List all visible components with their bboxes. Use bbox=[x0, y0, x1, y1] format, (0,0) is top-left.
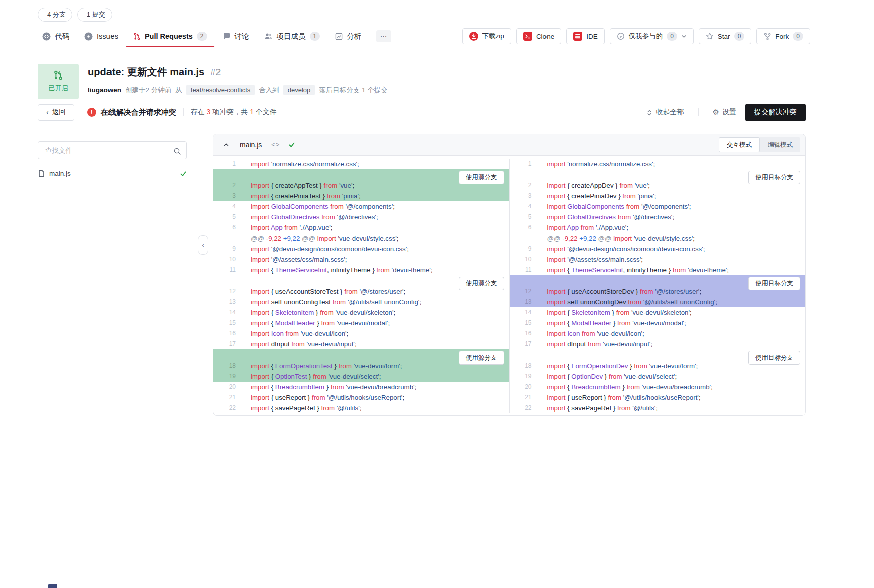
conflict-toolbar: ‹ 返回 ! 在线解决合并请求冲突 存在 3 项冲突，共 1 个文件 收起全部 … bbox=[38, 103, 806, 122]
resolved-check-icon bbox=[288, 141, 295, 148]
toolbar-divider bbox=[698, 108, 699, 116]
line-number: 9 bbox=[510, 244, 535, 254]
issues-icon bbox=[84, 32, 93, 41]
diff-line: 20import { BreadcrumbItem } from 'vue-de… bbox=[213, 382, 509, 392]
branches-pill[interactable]: 4 分支 bbox=[38, 8, 72, 22]
line-number: 4 bbox=[510, 201, 535, 212]
settings-button[interactable]: ⚙ 设置 bbox=[713, 108, 736, 117]
action-count-badge: 0 bbox=[667, 32, 677, 41]
line-number: 22 bbox=[213, 403, 239, 413]
use-target-branch-button[interactable]: 使用目标分支 bbox=[748, 351, 800, 365]
diff-line: 1import 'normalize.css/normalize.css'; bbox=[510, 159, 806, 169]
back-button[interactable]: ‹ 返回 bbox=[38, 104, 74, 121]
action-button[interactable]: Fork0 bbox=[756, 28, 810, 44]
edit-mode-button[interactable]: 编辑模式 bbox=[760, 137, 800, 152]
diff-line: 3import { createPiniaTest } from 'pinia'… bbox=[213, 191, 509, 201]
conflict-block: 使用源分支2import { createAppTest } from 'vue… bbox=[213, 169, 509, 201]
back-button-label: 返回 bbox=[52, 108, 66, 117]
use-target-branch-button[interactable]: 使用目标分支 bbox=[748, 171, 800, 184]
collapse-all-icon bbox=[646, 108, 653, 116]
target-branch-pane: 1import 'normalize.css/normalize.css';使用… bbox=[509, 159, 806, 413]
line-number: 18 bbox=[213, 361, 239, 371]
diff-line: 11import { ThemeServiceInit, infinityThe… bbox=[213, 265, 509, 275]
diff-line: @@ -9,22 +9,22 @@ import 'vue-devui/styl… bbox=[213, 233, 509, 244]
more-tabs-button[interactable]: ⋯ bbox=[376, 30, 391, 42]
pr-icon bbox=[133, 33, 141, 40]
nav-tab[interactable]: Issues bbox=[84, 25, 118, 47]
branches-pill-label: 4 分支 bbox=[47, 10, 66, 19]
nav-tab[interactable]: 代码 bbox=[42, 25, 69, 47]
line-number: 10 bbox=[510, 254, 535, 265]
repo-nav: 代码IssuesPull Requests2讨论项目成员1分析⋯ 下载zipCl… bbox=[0, 25, 874, 47]
interactive-mode-button[interactable]: 交互模式 bbox=[719, 137, 760, 152]
gear-icon: ⚙ bbox=[713, 108, 719, 117]
use-source-branch-button[interactable]: 使用源分支 bbox=[459, 171, 504, 184]
diff-line: 17import dInput from 'vue-devui/input'; bbox=[510, 339, 806, 349]
use-source-branch-button[interactable]: 使用源分支 bbox=[459, 351, 504, 365]
nav-tab[interactable]: 分析 bbox=[335, 25, 361, 47]
action-button[interactable]: Clone bbox=[516, 28, 561, 44]
nav-tab-label: 分析 bbox=[347, 32, 361, 41]
commits-pill[interactable]: 1 提交 bbox=[77, 8, 112, 22]
nav-tab-label: Pull Requests bbox=[145, 32, 193, 40]
line-number: 5 bbox=[213, 212, 239, 222]
view-code-icon[interactable]: <> bbox=[271, 141, 280, 148]
diff-line: 19import { OptionDev } from 'vue-devui/s… bbox=[510, 371, 806, 382]
line-number: 6 bbox=[510, 222, 535, 233]
action-button[interactable]: 仅我参与的0 bbox=[610, 28, 694, 44]
sidebar-divider bbox=[201, 127, 201, 588]
settings-label: 设置 bbox=[722, 108, 736, 117]
use-source-branch-button[interactable]: 使用源分支 bbox=[459, 277, 504, 290]
submit-resolution-button[interactable]: 提交解决冲突 bbox=[745, 104, 806, 121]
fork-icon bbox=[763, 33, 771, 40]
line-number: 21 bbox=[510, 392, 535, 403]
line-number: 3 bbox=[213, 191, 239, 201]
nav-tab[interactable]: 讨论 bbox=[223, 25, 249, 47]
diff-line: 21import { useReport } from '@/utils/hoo… bbox=[213, 392, 509, 403]
diff-line: 17import dInput from 'vue-devui/input'; bbox=[213, 339, 509, 349]
line-number: 2 bbox=[213, 180, 239, 191]
nav-tab-label: 代码 bbox=[55, 32, 69, 41]
action-button-label: 仅我参与的 bbox=[629, 32, 663, 41]
file-search-box bbox=[38, 141, 187, 159]
line-number: 11 bbox=[510, 265, 535, 275]
file-list-item[interactable]: main.js bbox=[38, 167, 187, 180]
code-icon bbox=[42, 32, 51, 41]
nav-tab[interactable]: Pull Requests2 bbox=[133, 25, 207, 47]
line-number: 15 bbox=[510, 318, 535, 328]
collapse-all-button[interactable]: 收起全部 bbox=[646, 108, 684, 117]
source-branch-tag: feat/resolve-conflicts bbox=[186, 85, 255, 95]
nav-tab-count: 2 bbox=[197, 32, 207, 41]
pr-state-label: 已开启 bbox=[49, 84, 68, 93]
collapse-all-label: 收起全部 bbox=[656, 108, 684, 117]
diff-line: 20import { BreadcrumbItem } from 'vue-de… bbox=[510, 382, 806, 392]
file-search-input[interactable] bbox=[44, 146, 169, 155]
action-button-label: Star bbox=[718, 33, 730, 40]
file-sidebar: main.js bbox=[38, 141, 187, 180]
action-button-label: 下载zip bbox=[482, 32, 504, 41]
use-target-branch-button[interactable]: 使用目标分支 bbox=[748, 277, 800, 290]
repo-actions: 下载zipCloneIDE仅我参与的0Star0Fork0 bbox=[462, 28, 810, 44]
action-button[interactable]: Star0 bbox=[699, 28, 751, 44]
conflict-block: 使用目标分支18import { FormOperationDev } from… bbox=[510, 349, 806, 382]
diff-line: 6import App from './App.vue'; bbox=[213, 222, 509, 233]
star-icon bbox=[706, 32, 714, 40]
collapse-file-chevron-up-icon[interactable] bbox=[223, 142, 229, 148]
action-button[interactable]: IDE bbox=[566, 28, 605, 44]
pr-state-badge: 已开启 bbox=[38, 64, 79, 99]
nav-tab[interactable]: 项目成员1 bbox=[264, 25, 320, 47]
sidebar-collapse-handle[interactable]: ‹ bbox=[198, 235, 208, 255]
resolved-check-icon bbox=[180, 169, 187, 177]
action-button[interactable]: 下载zip bbox=[462, 28, 511, 44]
line-number: 6 bbox=[213, 222, 239, 233]
search-icon bbox=[173, 146, 181, 155]
nav-tab-label: 项目成员 bbox=[277, 32, 306, 41]
diff-line: 9import '@devui-design/icons/icomoon/dev… bbox=[213, 244, 509, 254]
pr-number: #2 bbox=[210, 67, 221, 78]
pr-author: liugaowen bbox=[88, 86, 121, 94]
conflict-block: 使用源分支12import { useAccountStoreTest } fr… bbox=[213, 275, 509, 307]
diff-line: 4import GlobalComponents from '@/compone… bbox=[213, 201, 509, 212]
repo-tabs: 代码IssuesPull Requests2讨论项目成员1分析⋯ bbox=[42, 25, 391, 47]
diff-line: 16import Icon from 'vue-devui/icon'; bbox=[510, 328, 806, 339]
line-number: 20 bbox=[213, 382, 239, 392]
